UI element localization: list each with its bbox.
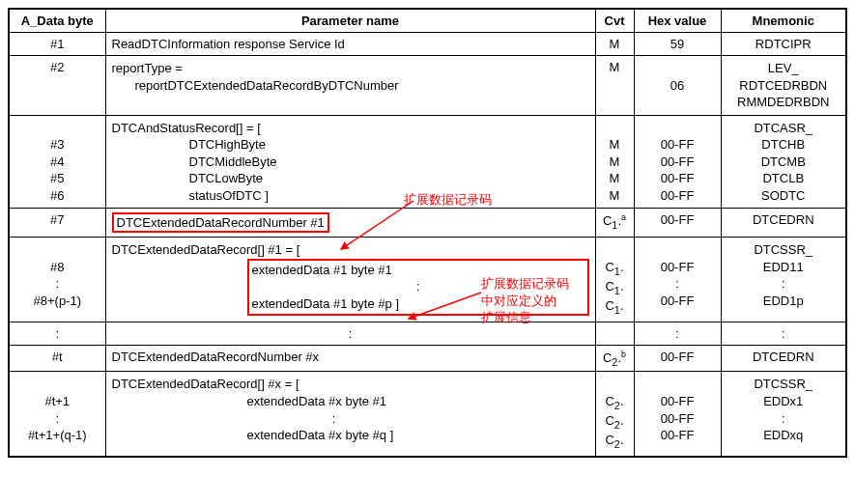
adata-line: #8 xyxy=(50,259,64,276)
mnem-line: EDD11 xyxy=(763,259,804,276)
cell-param: DTCAndStatusRecord[] = [ DTCHighByte DTC… xyxy=(105,115,595,209)
mnem-line: RMMDEDRBDN xyxy=(737,94,829,111)
mnem-line: EDDxq xyxy=(763,427,803,444)
cell-adata: #8 : #8+(p-1) xyxy=(9,238,105,322)
cell-hex: 00-FF xyxy=(634,345,721,372)
hex-line: 00-FF xyxy=(661,187,695,205)
mnem-line: EDDx1 xyxy=(763,393,803,410)
hex-line: 00-FF xyxy=(661,410,695,428)
cvt-line: C1. xyxy=(605,278,623,297)
cell-param: DTCExtendedDataRecord[] #x = [ extendedD… xyxy=(105,372,595,457)
highlight-box: extendedData #1 byte #1 : extendedData #… xyxy=(247,259,589,316)
hex-line: 00-FF xyxy=(661,427,695,444)
param-line: DTCHighByte xyxy=(112,136,589,154)
cell-cvt: M xyxy=(595,33,634,56)
param-line: : xyxy=(252,278,584,295)
mnem-line: DTCLB xyxy=(762,170,804,187)
cell-adata: #1 xyxy=(9,33,105,56)
parameter-table: A_Data byte Parameter name Cvt Hex value… xyxy=(8,8,847,458)
cell-param: DTCExtendedDataRecord[] #1 = [ extendedD… xyxy=(105,238,595,322)
table-row: #t+1 : #t+1+(q-1) DTCExtendedDataRecord[… xyxy=(9,372,846,457)
cell-cvt: C2.b xyxy=(595,345,634,372)
cell-param: DTCExtendedDataRecordNumber #1 xyxy=(105,209,595,238)
cell-param: ReadDTCInformation response Service Id xyxy=(105,33,595,56)
document-root: A_Data byte Parameter name Cvt Hex value… xyxy=(8,8,847,458)
hex-line: : xyxy=(675,275,679,293)
cell-hex: 00-FF xyxy=(634,209,721,238)
cvt-line: C2. xyxy=(605,393,623,412)
cell-hex: 00-FF : 00-FF xyxy=(634,238,721,322)
param-line: extendedData #1 byte #1 xyxy=(252,262,584,279)
hex-line: 00-FF xyxy=(661,136,695,154)
param-line: extendedData #1 byte #p ] xyxy=(252,295,584,313)
table-row: #7 DTCExtendedDataRecordNumber #1 C1.a 0… xyxy=(9,209,846,238)
mnem-line: DTCSSR_ xyxy=(754,376,812,393)
param-line: extendedData #x byte #q ] xyxy=(112,427,589,444)
cell-mnem: DTCSSR_ EDDx1 : EDDxq xyxy=(721,372,846,457)
mnem-line: : xyxy=(782,275,785,293)
table-row: #t DTCExtendedDataRecordNumber #x C2.b 0… xyxy=(9,345,846,372)
hex-line: 00-FF xyxy=(661,170,695,187)
cell-hex: 59 xyxy=(634,33,721,56)
adata-line: : xyxy=(55,410,59,428)
header-mnem: Mnemonic xyxy=(721,9,846,33)
param-line: DTCExtendedDataRecord[] #1 = [ xyxy=(112,241,589,259)
cell-mnem: : xyxy=(721,322,846,345)
mnem-line: LEV_ xyxy=(768,60,799,77)
cell-adata: #7 xyxy=(9,209,105,238)
hex-line: 00-FF xyxy=(661,154,695,171)
cvt-line: C1. xyxy=(605,259,623,278)
table-row: #3 #4 #5 #6 DTCAndStatusRecord[] = [ DTC… xyxy=(9,115,846,209)
cell-mnem: DTCEDRN xyxy=(721,345,846,372)
hex-line: 06 xyxy=(670,77,684,95)
table-row: : : : : xyxy=(9,322,846,345)
cell-param: reportType = reportDTCExtendedDataRecord… xyxy=(105,56,595,116)
param-line: DTCAndStatusRecord[] = [ xyxy=(112,120,589,137)
adata-line: #6 xyxy=(50,187,64,205)
adata-line: #8+(p-1) xyxy=(34,293,82,310)
cell-adata: : xyxy=(9,322,105,345)
cvt-line: C2. xyxy=(605,412,623,432)
cell-hex: 06 xyxy=(634,56,721,116)
table-header-row: A_Data byte Parameter name Cvt Hex value… xyxy=(9,9,846,33)
cell-mnem: LEV_ RDTCEDRBDN RMMDEDRBDN xyxy=(721,56,846,116)
hex-line: 00-FF xyxy=(661,393,695,410)
cell-hex: 00-FF 00-FF 00-FF xyxy=(634,372,721,457)
cell-cvt: C1.a xyxy=(595,209,634,238)
cvt-line: M xyxy=(610,170,620,187)
cell-cvt: C2. C2. C2. xyxy=(595,372,634,457)
header-hex: Hex value xyxy=(634,9,721,33)
param-line: DTCMiddleByte xyxy=(112,154,589,171)
header-cvt: Cvt xyxy=(595,9,634,33)
mnem-line: EDD1p xyxy=(763,293,804,310)
cell-cvt xyxy=(595,322,634,345)
param-line: DTCExtendedDataRecord[] #x = [ xyxy=(112,376,589,393)
param-line: : xyxy=(112,410,421,428)
cvt-line: M xyxy=(610,136,620,154)
param-line: extendedData #x byte #1 xyxy=(112,393,589,410)
table-row: #8 : #8+(p-1) DTCExtendedDataRecord[] #1… xyxy=(9,238,846,322)
param-line: statusOfDTC ] xyxy=(112,187,589,205)
hex-line: 00-FF xyxy=(661,293,695,310)
table-row: #2 reportType = reportDTCExtendedDataRec… xyxy=(9,56,846,116)
table-row: #1 ReadDTCInformation response Service I… xyxy=(9,33,846,56)
mnem-line: DTCSSR_ xyxy=(754,241,812,259)
mnem-line: DTCHB xyxy=(761,136,805,154)
adata-line: #3 xyxy=(50,136,64,154)
mnem-line: : xyxy=(782,410,785,428)
cell-adata: #3 #4 #5 #6 xyxy=(9,115,105,209)
cell-hex: 00-FF 00-FF 00-FF 00-FF xyxy=(634,115,721,209)
cell-mnem: DTCEDRN xyxy=(721,209,846,238)
hex-line: 00-FF xyxy=(661,259,695,276)
adata-line: : xyxy=(55,275,59,293)
cell-param: DTCExtendedDataRecordNumber #x xyxy=(105,345,595,372)
cvt-line: C2. xyxy=(605,432,623,451)
param-line: reportType = xyxy=(112,60,589,77)
mnem-line: SODTC xyxy=(761,187,806,205)
header-adata: A_Data byte xyxy=(9,9,105,33)
cvt-line: M xyxy=(610,154,620,171)
cell-mnem: RDTCIPR xyxy=(721,33,846,56)
cell-cvt: M xyxy=(595,56,634,116)
mnem-line: DTCMB xyxy=(761,154,806,171)
adata-line: #5 xyxy=(50,170,64,187)
